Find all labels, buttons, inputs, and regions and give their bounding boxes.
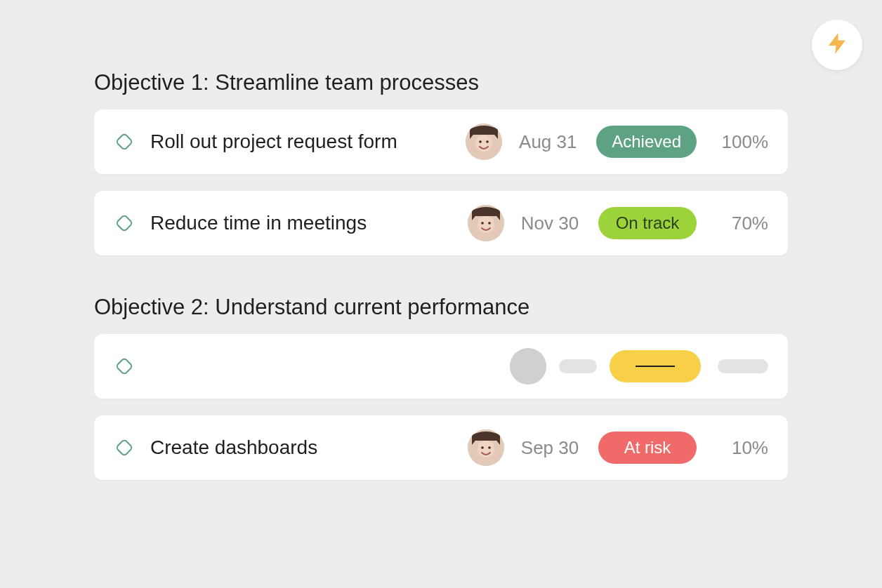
task-progress: 70%: [705, 213, 768, 234]
objective-title: Objective 2: Understand current performa…: [94, 295, 788, 320]
status-badge: Achieved: [596, 126, 697, 158]
task-title: Roll out project request form: [150, 131, 454, 153]
status-badge-placeholder: [610, 350, 701, 382]
task-row[interactable]: Reduce time in meetings Nov 30 On track …: [94, 191, 788, 255]
task-progress-placeholder: [718, 359, 768, 373]
assignee-avatar[interactable]: [468, 429, 504, 466]
objective-group: Objective 1: Streamline team processes R…: [94, 70, 788, 255]
task-progress: 100%: [705, 131, 768, 153]
status-badge: On track: [598, 207, 697, 239]
svg-point-11: [488, 222, 491, 225]
task-row[interactable]: Roll out project request form Aug 31 Ach…: [94, 109, 788, 174]
lightning-icon: [824, 31, 850, 59]
task-date: Aug 31: [509, 131, 586, 153]
goal-diamond-icon: [111, 128, 138, 155]
svg-point-4: [479, 140, 482, 143]
task-title: Create dashboards: [150, 436, 456, 459]
goal-diamond-icon: [111, 353, 138, 380]
task-title: Reduce time in meetings: [150, 212, 456, 234]
svg-rect-15: [475, 434, 497, 441]
svg-point-10: [481, 222, 484, 225]
svg-rect-12: [116, 358, 133, 375]
task-date: Nov 30: [511, 213, 588, 234]
svg-rect-13: [116, 439, 133, 456]
svg-rect-0: [116, 133, 133, 150]
svg-point-18: [488, 446, 491, 449]
quick-action-button[interactable]: [812, 20, 862, 70]
svg-rect-6: [116, 215, 133, 232]
task-date: Sep 30: [511, 437, 588, 459]
goal-diamond-icon: [111, 210, 138, 236]
objective-title: Objective 1: Streamline team processes: [94, 70, 788, 95]
task-row-placeholder[interactable]: [94, 334, 788, 399]
svg-rect-2: [473, 128, 495, 135]
assignee-avatar-placeholder: [510, 348, 546, 385]
task-progress: 10%: [705, 437, 768, 459]
svg-rect-8: [475, 209, 497, 216]
status-badge: At risk: [598, 432, 697, 464]
goal-diamond-icon: [111, 434, 138, 461]
svg-point-17: [481, 446, 484, 449]
objectives-panel: Objective 1: Streamline team processes R…: [0, 0, 882, 480]
assignee-avatar[interactable]: [466, 123, 502, 160]
task-date-placeholder: [559, 359, 597, 373]
assignee-avatar[interactable]: [468, 205, 504, 241]
task-row[interactable]: Create dashboards Sep 30 At risk 10%: [94, 415, 788, 480]
objective-group: Objective 2: Understand current performa…: [94, 295, 788, 480]
svg-point-5: [486, 140, 489, 143]
